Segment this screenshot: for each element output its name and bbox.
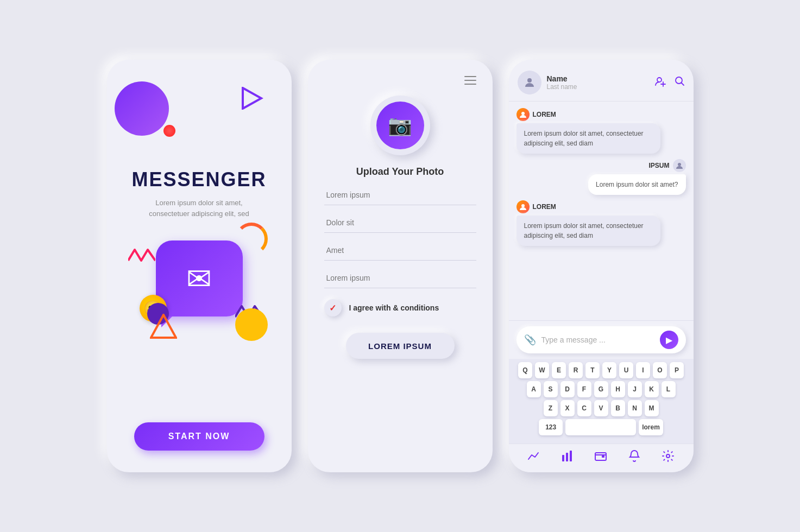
nav-bell-icon[interactable]: [628, 449, 641, 466]
keyboard-row-4: 123 lorem: [513, 419, 689, 435]
deco-circle-red: [163, 125, 175, 137]
nav-gear-icon[interactable]: [662, 449, 675, 466]
form-field-4[interactable]: [324, 268, 476, 288]
message-group-2: IPSUM Lorem ipsum dolor sit amet?: [516, 159, 686, 195]
key-123[interactable]: 123: [539, 419, 563, 435]
hamburger-line3: [464, 84, 476, 85]
hamburger-line2: [464, 80, 476, 81]
deco-circle-large: [115, 81, 169, 136]
key-w[interactable]: W: [535, 362, 549, 378]
key-l[interactable]: L: [662, 381, 676, 397]
key-b[interactable]: B: [611, 400, 625, 416]
deco-triangle-orange: [150, 314, 177, 341]
msg-sender-name-2: IPSUM: [648, 162, 669, 169]
header-actions: [654, 75, 685, 90]
contact-name-text: Name: [547, 74, 649, 83]
svg-rect-11: [562, 455, 564, 461]
key-a[interactable]: A: [527, 381, 541, 397]
message-group-3: LOREM Lorem ipsum dolor sit amet, consec…: [516, 200, 686, 246]
search-icon[interactable]: [674, 75, 685, 90]
svg-point-10: [521, 204, 525, 207]
message-input-row: 📎 Type a message ... ▶: [516, 326, 686, 353]
key-v[interactable]: V: [594, 400, 608, 416]
key-k[interactable]: K: [645, 381, 659, 397]
key-r[interactable]: R: [569, 362, 583, 378]
msg-sender-name-1: LOREM: [533, 111, 556, 118]
contact-avatar: [518, 71, 541, 94]
screen-2: 📷 Upload Your Photo ✓ I agree with & con…: [308, 60, 493, 472]
input-area: 📎 Type a message ... ▶: [509, 320, 694, 359]
key-space[interactable]: [565, 419, 636, 435]
svg-marker-1: [151, 315, 176, 338]
msg-sender-1: LOREM: [516, 108, 686, 121]
key-i[interactable]: I: [636, 362, 650, 378]
agree-checkbox[interactable]: ✓: [324, 299, 342, 316]
key-f[interactable]: F: [577, 381, 591, 397]
send-icon: ▶: [666, 335, 672, 345]
screen1-content: MESSENGER Lorem ipsum dolor sit amet, co…: [120, 76, 279, 411]
submit-button[interactable]: LOREM IPSUM: [346, 333, 455, 359]
svg-point-17: [666, 454, 670, 458]
key-h[interactable]: H: [611, 381, 625, 397]
msg-sender-name-3: LOREM: [533, 203, 556, 211]
keyboard-row-3: Z X C V B N M: [513, 400, 689, 416]
msg-sender-3: LOREM: [516, 200, 686, 213]
attachment-icon[interactable]: 📎: [524, 334, 536, 346]
key-u[interactable]: U: [619, 362, 633, 378]
msg-avatar-2: [673, 159, 686, 172]
nav-bar-icon[interactable]: [561, 449, 574, 466]
svg-line-7: [681, 83, 684, 85]
key-s[interactable]: S: [544, 381, 558, 397]
envelope-icon: ✉: [186, 261, 212, 296]
screen1-subtitle: Lorem ipsum dolor sit amet, consectetuer…: [145, 198, 254, 219]
msg-avatar-1: [516, 108, 530, 121]
key-x[interactable]: X: [560, 400, 575, 416]
form-field-1[interactable]: [324, 185, 476, 205]
hamburger-menu-icon[interactable]: [464, 76, 476, 85]
start-now-button[interactable]: START NOW: [134, 422, 264, 451]
key-lorem[interactable]: lorem: [639, 419, 663, 435]
key-n[interactable]: N: [628, 400, 642, 416]
form-field-2[interactable]: [324, 213, 476, 233]
key-z[interactable]: Z: [544, 400, 558, 416]
screen-1: MESSENGER Lorem ipsum dolor sit amet, co…: [107, 60, 292, 472]
keyboard-row-1: Q W E R T Y U I O P: [513, 362, 689, 378]
add-contact-icon[interactable]: [654, 75, 666, 90]
key-q[interactable]: Q: [518, 362, 532, 378]
contact-name: Name Last name: [547, 74, 649, 91]
message-placeholder[interactable]: Type a message ...: [541, 335, 654, 344]
key-y[interactable]: Y: [602, 362, 616, 378]
svg-rect-13: [570, 451, 572, 461]
key-o[interactable]: O: [653, 362, 667, 378]
speech-bubble: ✉: [156, 240, 243, 316]
upload-title: Upload Your Photo: [356, 166, 444, 178]
key-j[interactable]: J: [628, 381, 642, 397]
nav-chart-icon[interactable]: [527, 449, 540, 466]
keyboard: Q W E R T Y U I O P A S D F G H J K L: [509, 359, 694, 444]
chat-messages: LOREM Lorem ipsum dolor sit amet, consec…: [509, 102, 694, 320]
key-c[interactable]: C: [577, 400, 591, 416]
msg-bubble-3: Lorem ipsum dolor sit amet, consectetuer…: [516, 216, 660, 246]
nav-wallet-icon[interactable]: [594, 449, 607, 466]
send-button[interactable]: ▶: [660, 331, 678, 349]
msg-bubble-2: Lorem ipsum dolor sit amet?: [588, 174, 685, 195]
svg-point-9: [678, 163, 681, 166]
msg-bubble-1: Lorem ipsum dolor sit amet, consectetuer…: [516, 123, 660, 154]
chat-header: Name Last name: [509, 60, 694, 102]
svg-point-8: [521, 112, 525, 115]
svg-marker-0: [243, 88, 261, 109]
agree-row: ✓ I agree with & conditions: [324, 299, 476, 316]
key-g[interactable]: G: [594, 381, 608, 397]
form-field-3[interactable]: [324, 240, 476, 261]
svg-rect-12: [566, 453, 568, 461]
key-e[interactable]: E: [552, 362, 566, 378]
checkmark-icon: ✓: [329, 303, 336, 313]
key-d[interactable]: D: [560, 381, 575, 397]
key-p[interactable]: P: [670, 362, 684, 378]
key-t[interactable]: T: [585, 362, 600, 378]
key-m[interactable]: M: [645, 400, 659, 416]
screen1-title: MESSENGER: [131, 168, 266, 191]
msg-sender-2: IPSUM: [648, 159, 685, 172]
contact-lastname-text: Last name: [547, 83, 649, 91]
photo-upload-circle[interactable]: 📷: [370, 96, 430, 155]
